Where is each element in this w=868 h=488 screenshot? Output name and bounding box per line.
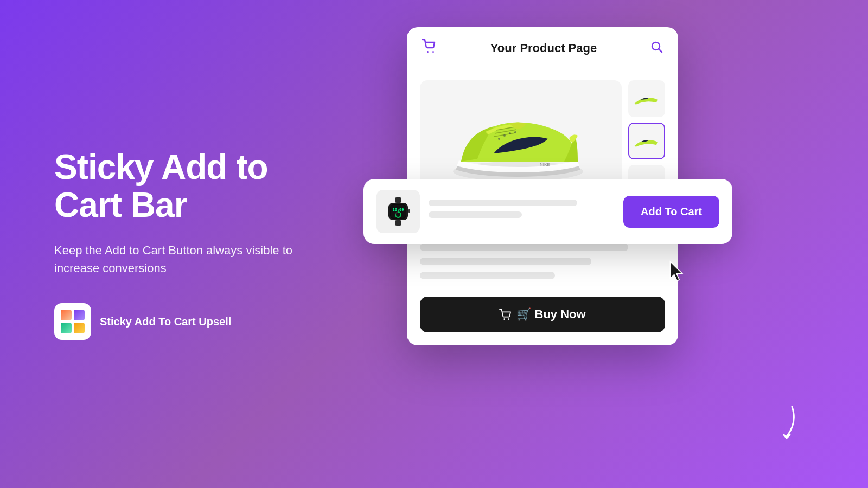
sticky-cart-card: 10:09 Add To Cart: [363, 179, 732, 244]
thumbnail-2[interactable]: [628, 123, 665, 159]
card-header: Your Product Page: [407, 27, 678, 69]
app-name-label: Sticky Add To Cart Upsell: [100, 314, 231, 329]
svg-point-12: [498, 138, 500, 140]
svg-rect-0: [61, 310, 72, 320]
buy-now-cart-icon: [499, 309, 511, 320]
app-icon-graphic: [59, 307, 87, 336]
right-panel: Your Product Page: [380, 0, 868, 488]
svg-point-5: [432, 51, 434, 53]
shoe-illustration: NIKE: [434, 91, 608, 189]
app-icon: [54, 303, 91, 340]
svg-rect-3: [74, 323, 85, 333]
search-icon[interactable]: [650, 40, 663, 56]
svg-point-18: [508, 318, 510, 320]
cart-icon: [422, 39, 437, 57]
svg-point-17: [504, 318, 506, 320]
sticky-text-line-1: [429, 200, 577, 206]
svg-rect-1: [74, 310, 85, 320]
svg-line-7: [659, 49, 662, 52]
desc-line-2: [420, 258, 591, 265]
product-description-lines: [407, 243, 678, 297]
svg-point-13: [503, 134, 506, 137]
connector-arrow: [760, 401, 803, 445]
buy-now-button[interactable]: 🛒 Buy Now: [420, 297, 665, 332]
sticky-text-line-2: [429, 211, 522, 218]
sticky-text-area: [429, 200, 615, 223]
app-badge: Sticky Add To Cart Upsell: [54, 303, 336, 340]
watch-icon: 10:09: [384, 196, 412, 227]
sticky-product-thumbnail: 10:09: [376, 190, 420, 233]
svg-point-15: [514, 131, 516, 133]
svg-text:NIKE: NIKE: [540, 162, 550, 167]
add-to-cart-button[interactable]: Add To Cart: [623, 196, 719, 228]
desc-line-3: [420, 272, 555, 279]
svg-rect-19: [395, 197, 401, 203]
left-panel: Sticky Add to Cart Bar Keep the Add to C…: [0, 105, 380, 384]
svg-rect-20: [395, 220, 401, 226]
svg-rect-26: [408, 209, 410, 213]
thumbnail-1[interactable]: [628, 80, 665, 117]
svg-text:10:09: 10:09: [392, 208, 404, 212]
svg-point-4: [427, 51, 429, 53]
page-container: Sticky Add to Cart Bar Keep the Add to C…: [0, 0, 868, 488]
hero-subtitle: Keep the Add to Cart Button always visib…: [54, 241, 336, 277]
svg-point-14: [509, 132, 511, 134]
desc-line-1: [420, 243, 628, 251]
buy-now-label: 🛒 Buy Now: [516, 307, 585, 322]
hero-title: Sticky Add to Cart Bar: [54, 148, 336, 224]
page-title: Your Product Page: [490, 41, 597, 55]
svg-rect-2: [61, 323, 72, 333]
